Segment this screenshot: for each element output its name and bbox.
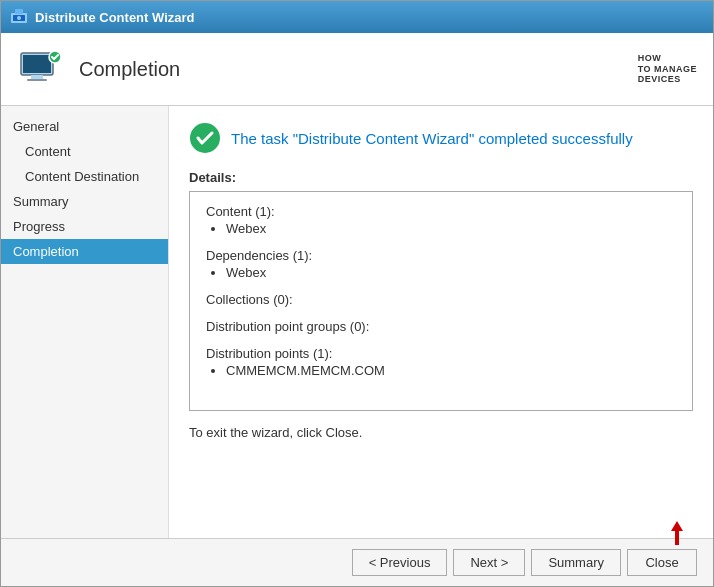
svg-point-2 [17,16,21,20]
list-item: Webex [226,265,676,280]
section-list-dp: CMMEMCM.MEMCM.COM [206,363,676,378]
sidebar-item-content-destination[interactable]: Content Destination [1,164,168,189]
sidebar: General Content Content Destination Summ… [1,106,169,538]
header-left: Completion [17,45,180,93]
brand-area: HOWTO MANAGEDEVICES [638,53,697,85]
section-title-dependencies: Dependencies (1): [206,248,676,263]
details-section-dp-groups: Distribution point groups (0): [206,319,676,334]
header-title: Completion [79,58,180,81]
content-area: The task "Distribute Content Wizard" com… [169,106,713,538]
details-box: Content (1): Webex Dependencies (1): Web… [189,191,693,411]
section-list-content: Webex [206,221,676,236]
computer-icon [17,45,65,93]
sidebar-item-content[interactable]: Content [1,139,168,164]
previous-button[interactable]: < Previous [352,549,448,576]
sidebar-item-general[interactable]: General [1,114,168,139]
success-icon [189,122,221,154]
arrow-indicator [661,517,693,549]
svg-rect-6 [31,75,43,79]
svg-rect-3 [15,9,23,14]
summary-button[interactable]: Summary [531,549,621,576]
details-section-collections: Collections (0): [206,292,676,307]
title-bar-text: Distribute Content Wizard [35,10,195,25]
svg-rect-7 [27,79,47,81]
details-section-dependencies: Dependencies (1): Webex [206,248,676,280]
section-title-collections: Collections (0): [206,292,676,307]
sidebar-item-progress[interactable]: Progress [1,214,168,239]
details-section-dp: Distribution points (1): CMMEMCM.MEMCM.C… [206,346,676,378]
details-section-content: Content (1): Webex [206,204,676,236]
title-bar: Distribute Content Wizard [1,1,713,33]
footer: < Previous Next > Summary Close [1,538,713,586]
next-button[interactable]: Next > [453,549,525,576]
exit-note: To exit the wizard, click Close. [189,425,693,440]
details-label: Details: [189,170,693,185]
sidebar-item-summary[interactable]: Summary [1,189,168,214]
close-button-area: Close [627,549,697,576]
list-item: CMMEMCM.MEMCM.COM [226,363,676,378]
section-title-dp-groups: Distribution point groups (0): [206,319,676,334]
svg-marker-10 [671,521,683,545]
section-title-content: Content (1): [206,204,676,219]
sidebar-item-completion[interactable]: Completion [1,239,168,264]
section-list-dependencies: Webex [206,265,676,280]
main-window: Distribute Content Wizard Completion HOW… [0,0,714,587]
title-bar-icon [9,7,29,27]
close-button[interactable]: Close [627,549,697,576]
brand-text: HOWTO MANAGEDEVICES [638,53,697,85]
section-title-dp: Distribution points (1): [206,346,676,361]
svg-rect-5 [23,55,51,73]
main-area: General Content Content Destination Summ… [1,106,713,538]
list-item: Webex [226,221,676,236]
success-banner: The task "Distribute Content Wizard" com… [189,122,693,154]
success-message: The task "Distribute Content Wizard" com… [231,130,633,147]
header-area: Completion HOWTO MANAGEDEVICES [1,33,713,106]
